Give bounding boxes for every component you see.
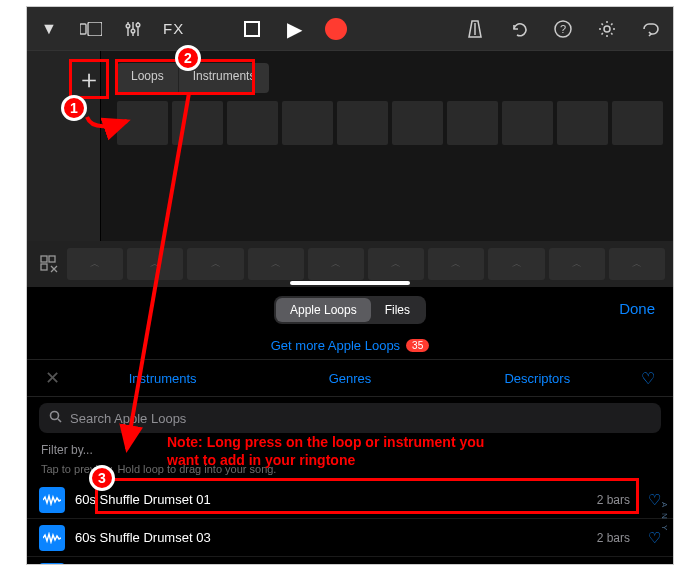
scene-cell[interactable]: ︿ <box>127 248 183 280</box>
home-indicator <box>290 281 410 285</box>
play-button[interactable]: ▶ <box>282 17 306 41</box>
loop-bars: 2 bars <box>597 493 630 507</box>
instruments-filter-tab[interactable]: Instruments <box>69 371 256 386</box>
add-track-button[interactable]: ＋ <box>71 61 107 97</box>
metronome-icon[interactable] <box>463 17 487 41</box>
scene-cell[interactable]: ︿ <box>368 248 424 280</box>
scene-cell[interactable]: ︿ <box>609 248 665 280</box>
track-area: ＋ Loops Instruments <box>27 51 673 241</box>
instruments-tab[interactable]: Instruments <box>179 63 270 93</box>
svg-rect-14 <box>41 264 47 270</box>
svg-rect-0 <box>80 24 86 34</box>
waveform-icon <box>39 563 65 566</box>
record-button[interactable] <box>324 17 348 41</box>
loop-name: 60s Shuffle Drumset 01 <box>75 492 587 507</box>
waveform-icon <box>39 487 65 513</box>
genres-filter-tab[interactable]: Genres <box>256 371 443 386</box>
loop-browser-icon[interactable] <box>639 17 663 41</box>
waveform-icon <box>39 525 65 551</box>
loop-bars: 2 bars <box>597 531 630 545</box>
close-filter-icon[interactable]: ✕ <box>35 367 69 389</box>
source-segment[interactable]: Apple Loops Files <box>274 296 426 324</box>
filter-tabs: ✕ Instruments Genres Descriptors ♡ <box>27 359 673 397</box>
stop-button[interactable] <box>240 17 264 41</box>
svg-rect-13 <box>49 256 55 262</box>
undo-icon[interactable] <box>507 17 531 41</box>
svg-point-11 <box>604 26 610 32</box>
svg-point-5 <box>126 24 130 28</box>
drag-hint-text: Tap to preview. Hold loop to drag into y… <box>27 461 673 481</box>
browser-segment-row: Apple Loops Files Done <box>27 289 673 331</box>
svg-point-7 <box>136 23 140 27</box>
search-icon <box>49 410 62 426</box>
get-more-loops-link[interactable]: Get more Apple Loops 35 <box>27 331 673 359</box>
svg-rect-12 <box>41 256 47 262</box>
descriptors-filter-tab[interactable]: Descriptors <box>444 371 631 386</box>
svg-rect-1 <box>88 22 102 36</box>
scene-cell[interactable]: ︿ <box>248 248 304 280</box>
scene-cell[interactable]: ︿ <box>308 248 364 280</box>
loop-row[interactable]: 60s Shuffle Drumset 06 2 bars ♡ <box>27 557 673 565</box>
scene-cell[interactable]: ︿ <box>67 248 123 280</box>
loop-row[interactable]: 60s Shuffle Drumset 01 2 bars ♡ <box>27 481 673 519</box>
get-more-loops-label: Get more Apple Loops <box>271 338 400 353</box>
files-segment[interactable]: Files <box>371 298 424 322</box>
scene-cell[interactable]: ︿ <box>428 248 484 280</box>
main-toolbar: ▼ FX ▶ ? <box>27 7 673 51</box>
loops-instruments-toggle[interactable]: Loops Instruments <box>117 63 269 93</box>
scene-cell[interactable]: ︿ <box>549 248 605 280</box>
svg-point-15 <box>51 412 59 420</box>
tracks-view-icon[interactable] <box>79 17 103 41</box>
svg-point-6 <box>131 29 135 33</box>
svg-line-16 <box>58 419 61 422</box>
info-icon[interactable]: ? <box>551 17 575 41</box>
loop-browser-panel: Apple Loops Files Done Get more Apple Lo… <box>27 289 673 564</box>
loop-row[interactable]: 60s Shuffle Drumset 03 2 bars ♡ <box>27 519 673 557</box>
grid-edit-icon[interactable] <box>35 250 63 278</box>
mixer-icon[interactable] <box>121 17 145 41</box>
scene-cell[interactable]: ︿ <box>488 248 544 280</box>
scene-cell[interactable]: ︿ <box>187 248 243 280</box>
fx-button[interactable]: FX <box>163 20 184 37</box>
search-input[interactable]: Search Apple Loops <box>39 403 661 433</box>
garageband-tracks-view: ▼ FX ▶ ? <box>27 7 673 287</box>
watermark-text: A N Y <box>660 502 669 532</box>
filter-by-button[interactable]: Filter by... <box>27 439 673 461</box>
settings-gear-icon[interactable] <box>595 17 619 41</box>
favorites-filter-icon[interactable]: ♡ <box>631 369 665 388</box>
loops-count-badge: 35 <box>406 339 429 352</box>
region-cells[interactable] <box>117 101 663 145</box>
loops-tab[interactable]: Loops <box>117 63 179 93</box>
apple-loops-segment[interactable]: Apple Loops <box>276 298 371 322</box>
loop-name: 60s Shuffle Drumset 03 <box>75 530 587 545</box>
view-dropdown-icon[interactable]: ▼ <box>37 17 61 41</box>
svg-text:?: ? <box>560 23 566 35</box>
search-placeholder: Search Apple Loops <box>70 411 186 426</box>
done-button[interactable]: Done <box>619 300 655 317</box>
